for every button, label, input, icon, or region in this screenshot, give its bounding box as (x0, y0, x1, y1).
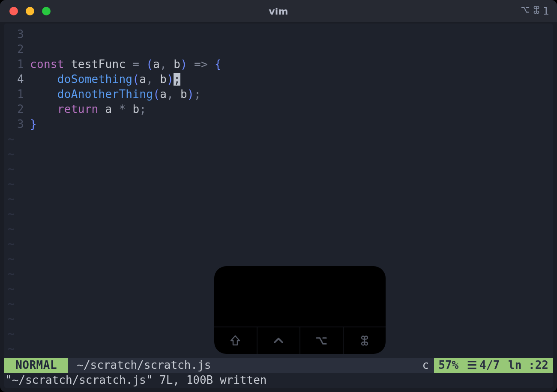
statusline-column: ln :22 (508, 358, 548, 373)
window-shortcut-number: 1 (543, 5, 549, 17)
statusline-percent: 57% (438, 358, 458, 373)
code-content[interactable]: return a * b; (30, 102, 146, 117)
option-icon (521, 5, 530, 17)
code-line[interactable]: 3 (4, 27, 553, 42)
empty-line-marker: ~ (4, 192, 553, 207)
line-number: 3 (4, 117, 30, 132)
line-number: 2 (4, 42, 30, 57)
empty-line-marker: ~ (4, 147, 553, 162)
command-icon (359, 335, 371, 347)
code-content[interactable]: doSomething(a, b); (30, 72, 180, 87)
keycast-display (214, 266, 386, 327)
window-shortcut-indicator: 1 (521, 5, 549, 17)
option-modifier-indicator (299, 327, 343, 354)
code-line[interactable]: 3} (4, 117, 553, 132)
code-line[interactable]: 1 doAnotherThing(a, b); (4, 87, 553, 102)
statusline-position: 57% ☰ 4/7 ln :22 (434, 358, 553, 373)
window-controls (9, 7, 51, 15)
empty-line-marker: ~ (4, 207, 553, 222)
zoom-window-button[interactable] (42, 7, 51, 15)
vim-statusline: NORMAL ~/scratch/scratch.js c 57% ☰ 4/7 … (4, 358, 553, 373)
terminal-window: vim 1 321const testFunc = (a, b) => {4 d… (0, 0, 557, 392)
window-titlebar: vim 1 (0, 0, 557, 22)
empty-line-marker: ~ (4, 162, 553, 177)
code-line[interactable]: 1const testFunc = (a, b) => { (4, 57, 553, 72)
control-modifier-indicator (257, 327, 300, 354)
empty-line-marker: ~ (4, 177, 553, 192)
window-title: vim (0, 6, 557, 17)
command-modifier-indicator (343, 327, 386, 354)
statusline-file-path: ~/scratch/scratch.js (68, 358, 422, 373)
shift-modifier-indicator (214, 327, 257, 354)
minimize-window-button[interactable] (26, 7, 34, 15)
close-window-button[interactable] (9, 7, 18, 15)
empty-line-marker: ~ (4, 132, 553, 147)
line-number: 2 (4, 102, 30, 117)
line-number: 3 (4, 27, 30, 42)
code-line[interactable]: 2 return a * b; (4, 102, 553, 117)
code-line[interactable]: 4 doSomething(a, b); (4, 72, 553, 87)
line-number: 1 (4, 87, 30, 102)
hamburger-icon: ☰ (467, 358, 477, 373)
shift-icon (229, 334, 242, 347)
empty-line-marker: ~ (4, 252, 553, 267)
line-number: 4 (4, 72, 30, 87)
statusline-line-ratio: 4/7 (479, 358, 500, 373)
empty-line-marker: ~ (4, 222, 553, 237)
cursor: ; (174, 73, 180, 86)
keycast-modifier-row (214, 327, 386, 354)
vim-mode-indicator: NORMAL (4, 358, 68, 373)
line-number: 1 (4, 57, 30, 72)
code-line[interactable]: 2 (4, 42, 553, 57)
option-icon (315, 334, 328, 347)
control-icon (272, 334, 285, 347)
code-content[interactable]: const testFunc = (a, b) => { (30, 57, 222, 72)
command-icon (532, 5, 541, 17)
empty-line-marker: ~ (4, 237, 553, 252)
code-content[interactable]: doAnotherThing(a, b); (30, 87, 201, 102)
terminal-surface[interactable]: 321const testFunc = (a, b) => {4 doSomet… (4, 24, 553, 388)
vim-message-line: "~/scratch/scratch.js" 7L, 100B written (4, 373, 553, 388)
statusline-pending-op: c (422, 358, 434, 373)
keycast-overlay (214, 266, 386, 354)
code-content[interactable]: } (30, 117, 37, 132)
